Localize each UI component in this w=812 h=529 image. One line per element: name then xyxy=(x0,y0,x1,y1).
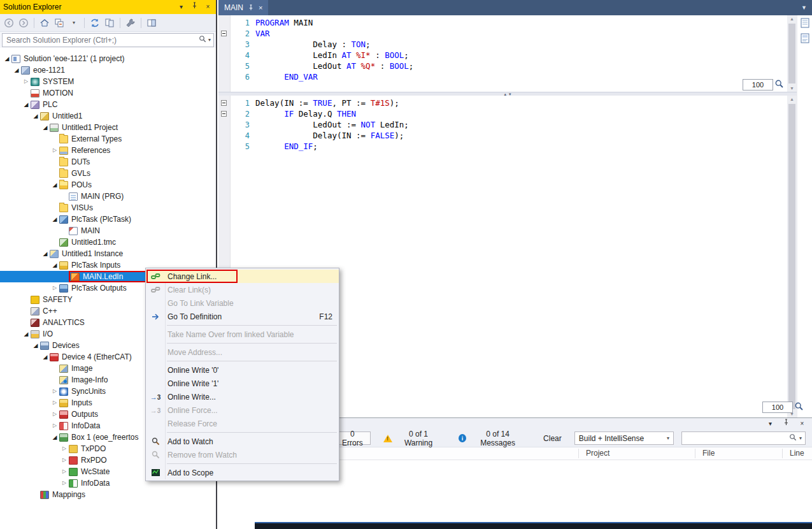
window-position-chevron-icon[interactable]: ▾ xyxy=(176,0,186,14)
tree-item-plc[interactable]: ◢PLC xyxy=(0,99,216,110)
expand-arrow-icon[interactable]: ▷ xyxy=(60,477,69,489)
menu-item-online-write[interactable]: →3Online Write... xyxy=(146,390,339,403)
scrollbar[interactable]: ▲ ▼ xyxy=(787,96,797,417)
close-icon[interactable]: × xyxy=(259,4,262,11)
menu-item-go-to-link-variable[interactable]: Go To Link Variable xyxy=(146,296,339,310)
expand-arrow-icon[interactable]: ▷ xyxy=(60,466,69,477)
tree-item-untitled1-tmc[interactable]: Untitled1.tmc xyxy=(0,236,216,248)
zoom-control[interactable]: 100 xyxy=(762,402,804,413)
collapse-arrow-icon[interactable]: ◢ xyxy=(22,328,31,340)
tree-item-untitled1-instance[interactable]: ◢Untitled1 Instance xyxy=(0,248,216,259)
declaration-editor[interactable]: 1PROGRAM MAIN2VAR3 Delay : TON;4 LedIn A… xyxy=(218,15,797,92)
menu-item-remove-from-watch[interactable]: Remove from Watch xyxy=(146,448,339,461)
error-search-box[interactable]: ▾ xyxy=(681,431,806,445)
tree-item-solution-eoe-1121-1-project[interactable]: ◢Solution 'eoe-1121' (1 project) xyxy=(0,53,216,64)
collapse-arrow-icon[interactable]: ◢ xyxy=(41,122,50,133)
window-position-chevron-icon[interactable]: ▾ xyxy=(766,418,775,430)
menu-item-online-force[interactable]: →3Online Force... xyxy=(146,403,339,417)
sync-icon[interactable] xyxy=(89,17,101,29)
compare-icon[interactable] xyxy=(103,17,116,29)
zoom-control[interactable]: 100 xyxy=(743,79,784,91)
menu-item-add-to-watch[interactable]: Add to Watch xyxy=(146,435,339,448)
column-file[interactable]: File xyxy=(702,449,715,458)
search-icon[interactable] xyxy=(199,35,206,45)
pin-icon[interactable] xyxy=(248,4,254,11)
tree-item-references[interactable]: ▷References xyxy=(0,145,216,156)
menu-item-take-name-over-from-linked-variable[interactable]: Take Name Over from linked Variable xyxy=(146,328,339,341)
collapse-arrow-icon[interactable]: ◢ xyxy=(50,259,59,271)
document-view-icon[interactable] xyxy=(801,18,809,30)
collapse-arrow-icon[interactable]: ◢ xyxy=(50,214,59,225)
collapse-arrow-icon[interactable]: ◢ xyxy=(31,110,40,122)
menu-item-change-link[interactable]: Change Link... xyxy=(146,270,339,283)
expand-arrow-icon[interactable]: ▷ xyxy=(22,76,31,87)
collapse-arrow-icon[interactable]: ◢ xyxy=(12,64,21,76)
expand-arrow-icon[interactable]: ▷ xyxy=(50,282,59,294)
close-icon[interactable]: × xyxy=(797,418,807,430)
tab-list-chevron-icon[interactable]: ▼ xyxy=(801,4,807,11)
tree-item-motion[interactable]: MOTION xyxy=(0,87,216,99)
clear-button[interactable]: Clear xyxy=(538,431,567,445)
menu-item-clear-link-s[interactable]: Clear Link(s) xyxy=(146,283,339,296)
collapse-arrow-icon[interactable]: ◢ xyxy=(22,99,31,110)
menu-item-move-address[interactable]: Move Address... xyxy=(146,345,339,359)
expand-arrow-icon[interactable]: ▷ xyxy=(60,454,69,466)
wrench-icon[interactable] xyxy=(124,17,137,29)
forward-icon[interactable] xyxy=(17,17,30,29)
search-options-chevron-icon[interactable]: ▾ xyxy=(208,37,211,43)
expand-arrow-icon[interactable]: ▷ xyxy=(60,443,69,454)
menu-item-online-write-1[interactable]: Online Write '1' xyxy=(146,377,339,390)
tree-item-untitled1[interactable]: ◢Untitled1 xyxy=(0,110,216,122)
back-icon[interactable] xyxy=(3,17,15,29)
preview-icon[interactable] xyxy=(145,17,158,29)
tree-item-plctask-plctask[interactable]: ◢PlcTask (PlcTask) xyxy=(0,214,216,225)
fold-collapse-icon[interactable] xyxy=(221,31,227,36)
tree-item-main-prg[interactable]: MAIN (PRG) xyxy=(0,191,216,202)
home-icon[interactable] xyxy=(38,17,51,29)
menu-item-add-to-scope[interactable]: Add to Scope xyxy=(146,466,339,479)
search-icon[interactable] xyxy=(789,433,797,443)
tree-item-duts[interactable]: DUTs xyxy=(0,156,216,168)
search-options-chevron-icon[interactable]: ▾ xyxy=(799,435,802,441)
chevron-down-icon[interactable]: ▾ xyxy=(68,17,80,29)
tree-item-pous[interactable]: ◢POUs xyxy=(0,179,216,191)
menu-item-online-write-0[interactable]: Online Write '0' xyxy=(146,363,339,377)
collapse-all-icon[interactable] xyxy=(53,17,66,29)
solution-explorer-titlebar[interactable]: Solution Explorer ▾ × xyxy=(0,0,216,14)
column-line[interactable]: Line xyxy=(790,449,804,458)
tree-item-mappings[interactable]: Mappings xyxy=(0,489,216,500)
messages-filter-button[interactable]: 0 of 14 Messages xyxy=(453,431,531,445)
pin-icon[interactable] xyxy=(190,0,199,14)
tree-item-untitled1-project[interactable]: ◢Untitled1 Project xyxy=(0,122,216,133)
menu-item-go-to-definition[interactable]: Go To DefinitionF12 xyxy=(146,310,339,323)
expand-arrow-icon[interactable]: ▷ xyxy=(50,397,59,409)
collapse-arrow-icon[interactable]: ◢ xyxy=(41,248,50,259)
menu-item-release-force[interactable]: Release Force xyxy=(146,417,339,430)
warnings-filter-button[interactable]: 0 of 1 Warning xyxy=(378,431,446,445)
expand-arrow-icon[interactable]: ▷ xyxy=(50,145,59,156)
scroll-up-icon[interactable]: ▲ xyxy=(787,97,797,101)
collapse-arrow-icon[interactable]: ◢ xyxy=(3,53,11,64)
search-box[interactable]: ▾ xyxy=(2,33,214,47)
scroll-down-icon[interactable]: ▼ xyxy=(787,86,797,91)
expand-arrow-icon[interactable]: ▷ xyxy=(50,409,59,420)
tab-main[interactable]: MAIN × xyxy=(218,0,268,15)
tree-item-main[interactable]: MAIN xyxy=(0,225,216,236)
collapse-arrow-icon[interactable]: ◢ xyxy=(50,431,59,443)
filter-combo[interactable]: Build + IntelliSense ▾ xyxy=(574,431,674,445)
collapse-arrow-icon[interactable]: ◢ xyxy=(41,351,50,363)
column-project[interactable]: Project xyxy=(586,449,609,458)
tree-item-eoe-1121[interactable]: ◢eoe-1121 xyxy=(0,64,216,76)
tree-item-external-types[interactable]: External Types xyxy=(0,133,216,145)
scrollbar[interactable]: ▲ ▼ xyxy=(787,15,797,92)
tree-item-gvls[interactable]: GVLs xyxy=(0,168,216,179)
expand-arrow-icon[interactable]: ▷ xyxy=(50,420,59,431)
scroll-up-icon[interactable]: ▲ xyxy=(787,17,797,21)
error-search-input[interactable] xyxy=(685,433,787,444)
zoom-value[interactable]: 100 xyxy=(743,79,773,91)
tree-item-system[interactable]: ▷SYSTEM xyxy=(0,76,216,87)
tree-item-visus[interactable]: VISUs xyxy=(0,202,216,214)
expand-arrow-icon[interactable]: ▷ xyxy=(50,386,59,397)
close-icon[interactable]: × xyxy=(203,0,213,14)
fold-collapse-icon[interactable] xyxy=(221,100,227,106)
